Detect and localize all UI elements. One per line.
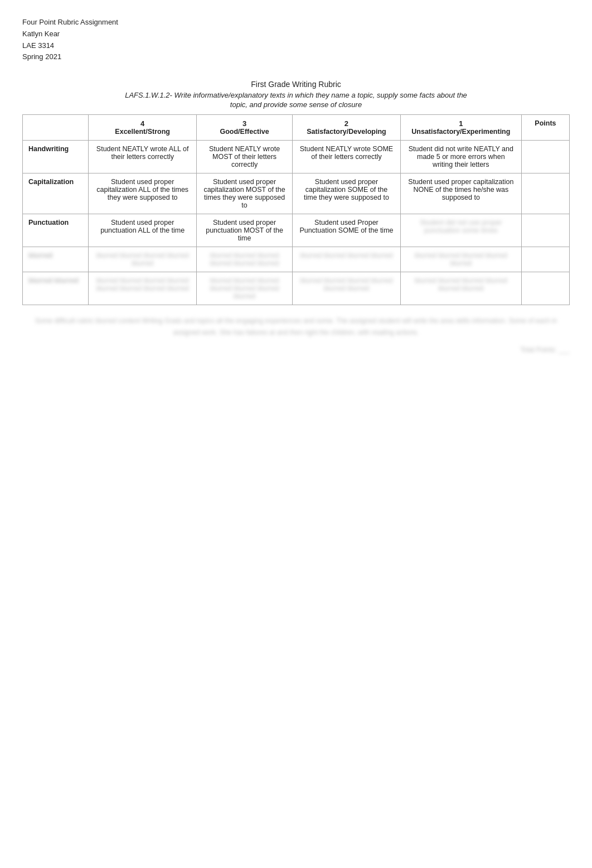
- table-row: CapitalizationStudent used proper capita…: [23, 173, 570, 214]
- header-line2: Katlyn Kear: [22, 28, 570, 40]
- main-title: First Grade Writing Rubric: [22, 80, 570, 89]
- row-points: [521, 247, 569, 272]
- header-col2: 2 Satisfactory/Developing: [293, 115, 401, 141]
- standard-bold: LAFS.1.W.1.2: [125, 91, 169, 99]
- footer-text: Some difficult rubric blurred content Wr…: [22, 315, 570, 338]
- header-category: [23, 115, 89, 141]
- header-points: Points: [521, 115, 569, 141]
- subtitle: topic, and provide some sense of closure: [22, 100, 570, 109]
- header-info: Four Point Rubric Assignment Katlyn Kear…: [22, 17, 570, 63]
- row-col1: blurred blurred blurred blurred blurred: [400, 247, 521, 272]
- row-col4: Student used proper punctuation ALL of t…: [89, 214, 197, 247]
- row-category: Handwriting: [23, 141, 89, 173]
- row-category: Capitalization: [23, 173, 89, 214]
- header-line1: Four Point Rubric Assignment: [22, 17, 570, 28]
- header-col4: 4 Excellent/Strong: [89, 115, 197, 141]
- rubric-table: 4 Excellent/Strong 3 Good/Effective 2 Sa…: [22, 114, 570, 305]
- row-category: blurred: [23, 247, 89, 272]
- row-col3: Student NEATLY wrote MOST of their lette…: [197, 141, 293, 173]
- row-col4: Student used proper capitalization ALL o…: [89, 173, 197, 214]
- table-row: blurredblurred blurred blurred blurred b…: [23, 247, 570, 272]
- header-col1: 1 Unsatisfactory/Experimenting: [400, 115, 521, 141]
- row-col2: blurred blurred blurred blurred blurred …: [293, 272, 401, 305]
- row-col3: Student used proper punctuation MOST of …: [197, 214, 293, 247]
- standard-line: LAFS.1.W.1.2- Write informative/explanat…: [22, 91, 570, 99]
- row-col4: Student NEATLY wrote ALL of their letter…: [89, 141, 197, 173]
- column-headers: 4 Excellent/Strong 3 Good/Effective 2 Sa…: [23, 115, 570, 141]
- row-col1: blurred blurred blurred blurred blurred …: [400, 272, 521, 305]
- table-row: PunctuationStudent used proper punctuati…: [23, 214, 570, 247]
- row-col1: Student used proper capitalization NONE …: [400, 173, 521, 214]
- row-points: [521, 141, 569, 173]
- table-row: blurred blurredblurred blurred blurred b…: [23, 272, 570, 305]
- row-points: [521, 214, 569, 247]
- row-col2: blurred blurred blurred blurred: [293, 247, 401, 272]
- row-col4: blurred blurred blurred blurred blurred …: [89, 272, 197, 305]
- header-line4: Spring 2021: [22, 51, 570, 63]
- row-col3: blurred blurred blurred blurred blurred …: [197, 247, 293, 272]
- total-points: Total Points: ___: [22, 346, 570, 354]
- row-col1: Student did not use proper punctuation s…: [400, 214, 521, 247]
- row-col4: blurred blurred blurred blurred blurred: [89, 247, 197, 272]
- row-col2: Student used proper capitalization SOME …: [293, 173, 401, 214]
- row-col1: Student did not write NEATLY and made 5 …: [400, 141, 521, 173]
- row-category: Punctuation: [23, 214, 89, 247]
- row-points: [521, 173, 569, 214]
- row-col2: Student used Proper Punctuation SOME of …: [293, 214, 401, 247]
- row-col3: Student used proper capitalization MOST …: [197, 173, 293, 214]
- table-row: HandwritingStudent NEATLY wrote ALL of t…: [23, 141, 570, 173]
- row-points: [521, 272, 569, 305]
- row-col2: Student NEATLY wrote SOME of their lette…: [293, 141, 401, 173]
- row-col3: blurred blurred blurred blurred blurred …: [197, 272, 293, 305]
- row-category: blurred blurred: [23, 272, 89, 305]
- standard-text: - Write informative/explanatory texts in…: [170, 91, 467, 99]
- title-section: First Grade Writing Rubric LAFS.1.W.1.2-…: [22, 80, 570, 109]
- header-col3: 3 Good/Effective: [197, 115, 293, 141]
- header-line3: LAE 3314: [22, 40, 570, 52]
